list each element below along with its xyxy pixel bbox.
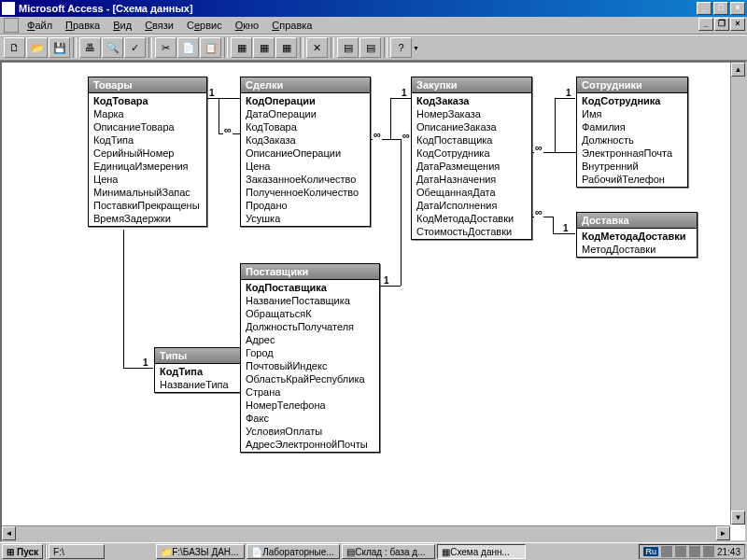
show-direct-button[interactable]: ▦ (253, 37, 275, 58)
field-pk[interactable]: КодОперации (241, 94, 370, 107)
field[interactable]: ДатаНазначения (412, 173, 531, 186)
field[interactable]: Адрес (241, 333, 379, 346)
field[interactable]: ОписаниеОперации (241, 147, 370, 160)
field[interactable]: ОбластьКрайРеспублика (241, 372, 379, 385)
menu-help[interactable]: Справка (265, 18, 318, 33)
open-button[interactable]: 📂 (26, 37, 48, 58)
mdi-close-button[interactable]: × (730, 18, 745, 31)
minimize-button[interactable]: _ (697, 2, 712, 15)
field[interactable]: ДатаОперации (241, 107, 370, 120)
new-button[interactable]: 🗋 (4, 37, 25, 58)
field[interactable]: ОбращатьсяК (241, 307, 379, 320)
field[interactable]: СтоимостьДоставки (412, 225, 531, 238)
menu-service[interactable]: Сервис (180, 18, 229, 33)
relationships-canvas[interactable]: Товары КодТовара Марка ОписаниеТовара Ко… (0, 61, 747, 542)
field[interactable]: МинимальныйЗапас (89, 186, 206, 199)
field-pk[interactable]: КодТипа (155, 365, 242, 378)
field[interactable]: ДатаРазмещения (412, 160, 531, 173)
field[interactable]: ДолжностьПолучателя (241, 320, 379, 333)
field[interactable]: ОбещаннаяДата (412, 186, 531, 199)
field[interactable]: СерийныйНомер (89, 147, 206, 160)
field[interactable]: ЭлектроннаяПочта (577, 147, 687, 160)
scroll-up-button[interactable]: ▲ (731, 63, 745, 77)
print-button[interactable]: 🖶 (79, 37, 101, 58)
scroll-left-button[interactable]: ◄ (2, 526, 16, 540)
tray-icon[interactable] (675, 546, 686, 557)
menu-relations[interactable]: Связи (138, 18, 180, 33)
field[interactable]: Марка (89, 107, 206, 120)
field[interactable]: ПоставкиПрекращены (89, 199, 206, 212)
taskbar-item[interactable]: 📁F:\БАЗЫ ДАН... (156, 544, 245, 559)
field[interactable]: УсловияОплаты (241, 425, 379, 438)
field[interactable]: Фамилия (577, 120, 687, 133)
show-all-button[interactable]: ▦ (275, 37, 297, 58)
field[interactable]: ДатаИсполнения (412, 199, 531, 212)
mdi-minimize-button[interactable]: _ (698, 18, 713, 31)
tool2-button[interactable]: ▤ (359, 37, 381, 58)
menu-view[interactable]: Вид (106, 18, 138, 33)
field[interactable]: ПочтовыйИндекс (241, 359, 379, 372)
field-pk[interactable]: КодЗаказа (412, 94, 531, 107)
field[interactable]: КодПоставщика (412, 133, 531, 147)
field[interactable]: Факс (241, 412, 379, 425)
close-button[interactable]: × (730, 2, 745, 15)
field[interactable]: ОписаниеТовара (89, 120, 206, 133)
field[interactable]: МетодДоставки (577, 243, 697, 256)
field[interactable]: НазваниеТипа (155, 378, 242, 391)
table-postavshiki[interactable]: Поставщики КодПоставщика НазваниеПоставщ… (240, 263, 380, 453)
clock[interactable]: 21:43 (717, 547, 740, 557)
field-pk[interactable]: КодСотрудника (577, 94, 687, 107)
field[interactable]: ЗаказанноеКоличество (241, 173, 370, 186)
start-button[interactable]: ⊞ Пуск (2, 544, 43, 559)
field[interactable]: Должность (577, 133, 687, 147)
paste-button[interactable]: 📋 (200, 37, 221, 58)
cut-button[interactable]: ✂ (155, 37, 176, 58)
field[interactable]: Внутренний (577, 160, 687, 173)
mdi-restore-button[interactable]: ❐ (714, 18, 729, 31)
scroll-down-button[interactable]: ▼ (731, 511, 745, 525)
table-tipy[interactable]: Типы КодТипа НазваниеТипа (154, 347, 243, 393)
field[interactable]: НомерЗаказа (412, 107, 531, 120)
taskbar-item-active[interactable]: ▦Схема данн... (437, 544, 526, 559)
spell-button[interactable]: ✓ (124, 37, 146, 58)
field[interactable]: ЕдиницаИзмерения (89, 160, 206, 173)
field[interactable]: НазваниеПоставщика (241, 294, 379, 307)
field[interactable]: Город (241, 346, 379, 359)
field[interactable]: Имя (577, 107, 687, 120)
copy-button[interactable]: 📄 (177, 37, 199, 58)
relation-line[interactable] (207, 98, 240, 99)
table-tovary[interactable]: Товары КодТовара Марка ОписаниеТовара Ко… (88, 77, 207, 227)
vertical-scrollbar[interactable]: ▲ ▼ (730, 63, 745, 525)
tool1-button[interactable]: ▤ (337, 37, 359, 58)
relation-line[interactable] (123, 230, 124, 368)
field[interactable]: НомерТелефона (241, 399, 379, 412)
preview-button[interactable]: 🔍 (102, 37, 123, 58)
tray-icon[interactable] (689, 546, 700, 557)
table-sdelki[interactable]: Сделки КодОперации ДатаОперации КодТовар… (240, 77, 371, 227)
field[interactable]: ПолученноеКоличество (241, 186, 370, 199)
save-button[interactable]: 💾 (49, 37, 70, 58)
menu-window[interactable]: Окно (229, 18, 266, 33)
field-pk[interactable]: КодПоставщика (241, 281, 379, 294)
mdi-icon[interactable] (4, 18, 19, 33)
help-button[interactable]: ? (390, 37, 412, 58)
field[interactable]: КодСотрудника (412, 147, 531, 160)
field[interactable]: КодЗаказа (241, 133, 370, 147)
field[interactable]: КодМетодаДоставки (412, 212, 531, 225)
show-table-button[interactable]: ▦ (231, 37, 252, 58)
field[interactable]: ВремяЗадержки (89, 212, 206, 225)
taskbar-item[interactable]: 📄Лабораторные... (247, 544, 340, 559)
table-dostavka[interactable]: Доставка КодМетодаДоставки МетодДоставки (576, 212, 698, 258)
language-indicator[interactable]: Ru (643, 547, 658, 556)
table-zakupki[interactable]: Закупки КодЗаказа НомерЗаказа ОписаниеЗа… (411, 77, 532, 240)
field[interactable]: РабочийТелефон (577, 173, 687, 186)
field[interactable]: Цена (241, 160, 370, 173)
field[interactable]: Страна (241, 385, 379, 399)
taskbar-item[interactable]: F:\ (49, 544, 105, 559)
maximize-button[interactable]: □ (713, 2, 728, 15)
horizontal-scrollbar[interactable]: ◄ ► (2, 525, 730, 540)
field[interactable]: АдресЭлектроннойПочты (241, 438, 379, 451)
system-tray[interactable]: Ru 21:43 (639, 544, 745, 559)
field[interactable]: КодТипа (89, 133, 206, 147)
tray-icon[interactable] (661, 546, 672, 557)
